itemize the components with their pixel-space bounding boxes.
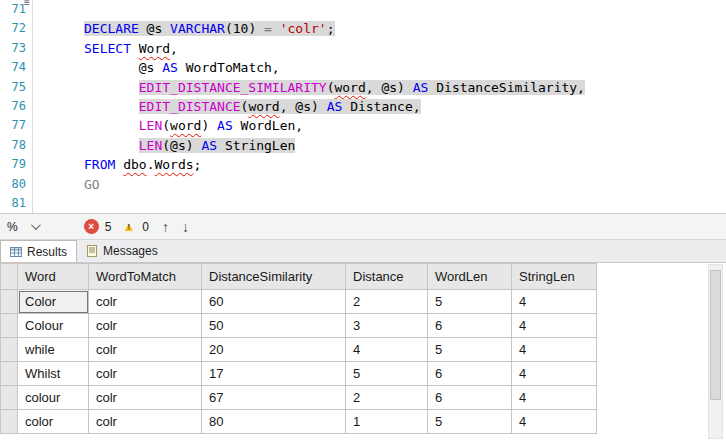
grid-cell[interactable]: while	[18, 338, 89, 362]
grid-cell[interactable]: 17	[202, 362, 346, 386]
grid-cell[interactable]: 2	[346, 290, 428, 314]
table-row: Colourcolr50364	[1, 314, 597, 338]
row-header[interactable]	[1, 386, 18, 410]
code-area[interactable]: 7172DECLARE @s VARCHAR(10) = 'colr';73SE…	[0, 0, 726, 213]
code-line[interactable]: 73SELECT Word,	[0, 39, 726, 58]
grid-cell[interactable]: 5	[428, 290, 512, 314]
row-header[interactable]	[1, 290, 18, 314]
grid-cell[interactable]: colr	[89, 410, 202, 434]
line-number: 77	[0, 116, 33, 135]
grid-cell[interactable]: Colour	[18, 314, 89, 338]
row-header[interactable]	[1, 338, 18, 362]
grid-cell[interactable]: 4	[346, 338, 428, 362]
code-token: FROM	[84, 157, 115, 172]
table-row: Colorcolr60254	[1, 290, 597, 314]
code-line[interactable]: 77 LEN(word) AS WordLen,	[0, 116, 726, 135]
grid-cell[interactable]: 1	[346, 410, 428, 434]
results-scrollbar[interactable]	[708, 264, 723, 439]
code-token: ;	[327, 21, 335, 36]
warning-bang-glyph: !	[121, 222, 136, 231]
grid-cell[interactable]: 6	[428, 314, 512, 338]
grid-corner-header[interactable]	[1, 264, 18, 290]
tab-messages[interactable]: Messages	[77, 240, 167, 262]
grid-cell[interactable]: 5	[428, 410, 512, 434]
warning-icon[interactable]: ▲ !	[121, 219, 136, 234]
code-token: StringLen	[217, 138, 295, 153]
code-token: GO	[84, 177, 100, 192]
code-line[interactable]: 74 @s AS WordToMatch,	[0, 58, 726, 77]
code-token: AS	[162, 60, 178, 75]
code-line[interactable]: 79FROM dbo.Words;	[0, 155, 726, 174]
grid-cell[interactable]: 6	[428, 386, 512, 410]
row-header[interactable]	[1, 410, 18, 434]
grid-cell[interactable]: 3	[346, 314, 428, 338]
column-header-wordlen[interactable]: WordLen	[428, 264, 512, 290]
line-number: 76	[0, 97, 33, 116]
column-header-distance[interactable]: Distance	[346, 264, 428, 290]
row-header[interactable]	[1, 314, 18, 338]
next-error-icon[interactable]: ↓	[182, 219, 189, 235]
line-number: 81	[0, 194, 33, 213]
grid-cell[interactable]: 4	[512, 290, 597, 314]
grid-cell[interactable]: 2	[346, 386, 428, 410]
previous-error-icon[interactable]: ↑	[162, 219, 169, 235]
line-number: 72	[0, 19, 33, 38]
grid-cell[interactable]: 80	[202, 410, 346, 434]
row-header[interactable]	[1, 362, 18, 386]
code-line[interactable]: 80GO	[0, 175, 726, 194]
code-line[interactable]: 78 LEN(@s) AS StringLen	[0, 136, 726, 155]
column-header-word[interactable]: Word	[18, 264, 89, 290]
code-token: (@s)	[162, 138, 201, 153]
line-number: 79	[0, 155, 33, 174]
results-grid-icon	[10, 246, 22, 258]
tab-results-label: Results	[27, 245, 67, 259]
error-x-glyph: ×	[88, 222, 94, 232]
grid-cell[interactable]: 4	[512, 314, 597, 338]
sql-editor[interactable]: ≡ 7172DECLARE @s VARCHAR(10) = 'colr';73…	[0, 0, 726, 213]
grid-cell[interactable]: 6	[428, 362, 512, 386]
grid-cell[interactable]: 4	[512, 410, 597, 434]
grid-cell[interactable]: 67	[202, 386, 346, 410]
zoom-dropdown[interactable]: %	[0, 214, 38, 239]
code-text: EDIT_DISTANCE_SIMILARITY(word, @s) AS Di…	[84, 78, 585, 97]
results-grid[interactable]: WordWordToMatchDistanceSimilarityDistanc…	[0, 263, 597, 434]
grid-cell[interactable]: colr	[89, 314, 202, 338]
grid-cell[interactable]: 4	[512, 338, 597, 362]
grid-cell[interactable]: 5	[428, 338, 512, 362]
grid-cell[interactable]: Whilst	[18, 362, 89, 386]
grid-cell[interactable]: Color	[18, 290, 89, 314]
code-token	[115, 157, 123, 172]
code-token: word	[334, 80, 365, 95]
tab-results[interactable]: Results	[0, 240, 77, 262]
code-token: Words	[154, 157, 193, 172]
grid-cell[interactable]: colr	[89, 338, 202, 362]
code-line[interactable]: 72DECLARE @s VARCHAR(10) = 'colr';	[0, 19, 726, 38]
code-line[interactable]: 81	[0, 194, 726, 213]
grid-cell[interactable]: 5	[346, 362, 428, 386]
outline-marker-icon[interactable]: ≡	[24, 0, 30, 8]
grid-cell[interactable]: colr	[89, 362, 202, 386]
chevron-down-icon	[31, 220, 41, 230]
code-text: FROM dbo.Words;	[84, 155, 201, 174]
code-line[interactable]: 75 EDIT_DISTANCE_SIMILARITY(word, @s) AS…	[0, 78, 726, 97]
table-row: colourcolr67264	[1, 386, 597, 410]
error-icon[interactable]: ×	[84, 219, 99, 234]
grid-cell[interactable]: color	[18, 410, 89, 434]
grid-cell[interactable]: 60	[202, 290, 346, 314]
scrollbar-thumb[interactable]	[710, 270, 721, 400]
code-line[interactable]: 71	[0, 0, 726, 19]
column-header-distancesimilarity[interactable]: DistanceSimilarity	[202, 264, 346, 290]
grid-cell[interactable]: colour	[18, 386, 89, 410]
grid-cell[interactable]: 4	[512, 362, 597, 386]
column-header-wordtomatch[interactable]: WordToMatch	[89, 264, 202, 290]
code-token: =	[264, 21, 280, 36]
column-header-stringlen[interactable]: StringLen	[512, 264, 597, 290]
code-token: dbo	[123, 157, 146, 172]
grid-cell[interactable]: colr	[89, 386, 202, 410]
grid-cell[interactable]: colr	[89, 290, 202, 314]
grid-cell[interactable]: 50	[202, 314, 346, 338]
code-line[interactable]: 76 EDIT_DISTANCE(word, @s) AS Distance,	[0, 97, 726, 116]
grid-cell[interactable]: 4	[512, 386, 597, 410]
code-token: LEN	[139, 118, 162, 133]
grid-cell[interactable]: 20	[202, 338, 346, 362]
